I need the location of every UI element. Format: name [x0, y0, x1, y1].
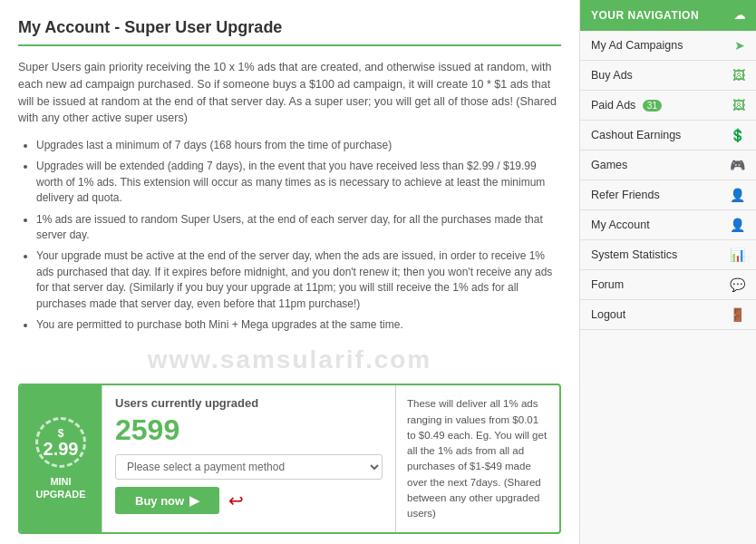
- sidebar-item-games-icon: 🎮: [730, 158, 745, 172]
- sidebar-item-forum-icon: 💬: [730, 277, 745, 292]
- main-content: My Account - Super User Upgrade Super Us…: [0, 0, 579, 544]
- mini-dollar-sign: $: [58, 427, 64, 440]
- bullet-list: Upgrades last a minimum of 7 days (168 h…: [18, 138, 561, 333]
- bullet-item: Upgrades last a minimum of 7 days (168 h…: [36, 138, 561, 153]
- sidebar-item-system-stats-label: System Statistics: [591, 248, 730, 261]
- mini-price-box: $ 2.99 MINIUPGRADE: [20, 385, 102, 532]
- sidebar: YOUR NAVIGATION ☁ My Ad Campaigns ➤ Buy …: [579, 0, 756, 544]
- sidebar-item-buy-ads[interactable]: Buy Ads 🖼: [580, 61, 756, 91]
- bullet-item: You are permitted to purchase both Mini …: [36, 317, 561, 333]
- sidebar-item-games-label: Games: [591, 159, 730, 171]
- mini-card-middle: Users currently upgraded 2599 Please sel…: [102, 385, 396, 532]
- sidebar-item-my-account-icon: 👤: [730, 218, 745, 232]
- sidebar-item-cashout[interactable]: Cashout Earnings 💲: [580, 121, 756, 151]
- sidebar-cloud-icon: ☁: [734, 9, 746, 22]
- mini-buy-button[interactable]: Buy now ▶: [115, 487, 219, 514]
- sidebar-item-forum-label: Forum: [591, 278, 730, 291]
- sidebar-item-ad-campaigns-icon: ➤: [734, 38, 745, 53]
- sidebar-header: YOUR NAVIGATION ☁: [580, 0, 756, 31]
- sidebar-item-refer-label: Refer Friends: [591, 189, 730, 201]
- mini-card-description: These will deliver all 1% ads ranging in…: [396, 385, 559, 532]
- sidebar-item-logout-label: Logout: [591, 308, 730, 321]
- intro-text: Super Users gain priority receiving the …: [18, 59, 561, 127]
- sidebar-item-paid-ads-label: Paid Ads 31: [591, 99, 732, 112]
- mini-buy-arrow-icon: ▶: [189, 493, 199, 508]
- sidebar-item-buy-ads-icon: 🖼: [732, 68, 745, 83]
- sidebar-item-my-account[interactable]: My Account 👤: [580, 210, 756, 240]
- mini-payment-select[interactable]: Please select a payment method PayPal Cr…: [115, 454, 383, 480]
- mini-users-title: Users currently upgraded: [115, 396, 383, 410]
- mini-price-amount: 2.99: [44, 440, 79, 458]
- sidebar-item-paid-ads-icon: 🖼: [732, 98, 745, 112]
- sidebar-item-games[interactable]: Games 🎮: [580, 151, 756, 180]
- sidebar-item-cashout-icon: 💲: [730, 128, 745, 142]
- bullet-item: Your upgrade must be active at the end o…: [36, 248, 561, 312]
- sidebar-item-refer-icon: 👤: [730, 188, 745, 202]
- mini-upgrade-card: $ 2.99 MINIUPGRADE Users currently upgra…: [18, 384, 561, 534]
- mini-upgrade-label: MINIUPGRADE: [35, 475, 85, 501]
- page-title: My Account - Super User Upgrade: [18, 18, 561, 46]
- bullet-item: Upgrades will be extended (adding 7 days…: [36, 159, 561, 206]
- mini-users-count: 2599: [115, 413, 383, 447]
- mini-red-arrow-icon: ↩: [228, 490, 244, 511]
- sidebar-item-logout-icon: 🚪: [730, 307, 745, 322]
- watermark: www.samsularif.com: [18, 345, 561, 374]
- sidebar-item-my-account-label: My Account: [591, 219, 730, 231]
- sidebar-item-ad-campaigns[interactable]: My Ad Campaigns ➤: [580, 31, 756, 61]
- sidebar-item-system-stats[interactable]: System Statistics 📊: [580, 240, 756, 270]
- sidebar-header-title: YOUR NAVIGATION: [591, 9, 699, 22]
- sidebar-item-buy-ads-label: Buy Ads: [591, 69, 732, 82]
- bullet-item: 1% ads are issued to random Super Users,…: [36, 212, 561, 244]
- paid-ads-badge: 31: [643, 100, 662, 112]
- sidebar-item-ad-campaigns-label: My Ad Campaigns: [591, 39, 734, 52]
- sidebar-item-logout[interactable]: Logout 🚪: [580, 300, 756, 330]
- sidebar-item-refer-friends[interactable]: Refer Friends 👤: [580, 180, 756, 210]
- sidebar-item-paid-ads[interactable]: Paid Ads 31 🖼: [580, 91, 756, 121]
- sidebar-item-system-stats-icon: 📊: [730, 248, 745, 262]
- sidebar-item-cashout-label: Cashout Earnings: [591, 129, 730, 141]
- mini-price-circle: $ 2.99: [35, 417, 86, 468]
- mini-btn-row: Buy now ▶ ↩: [115, 487, 383, 514]
- sidebar-item-forum[interactable]: Forum 💬: [580, 270, 756, 300]
